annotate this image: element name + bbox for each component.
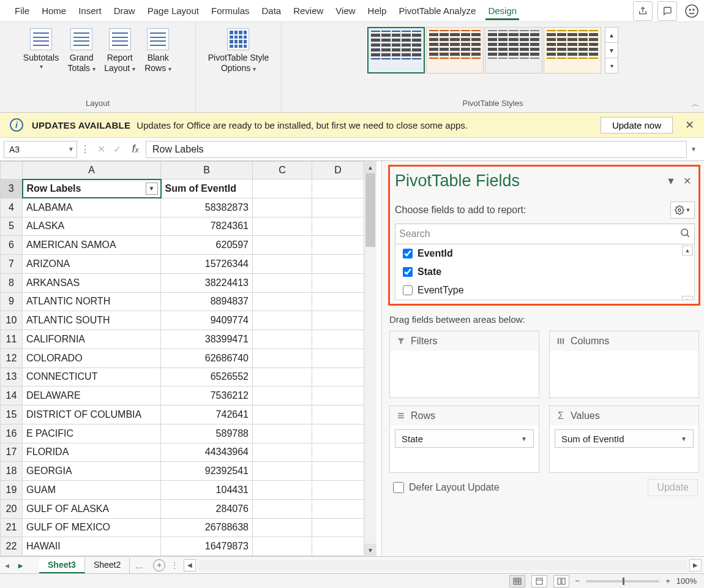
cell-a3[interactable]: Row Labels▼ bbox=[23, 179, 161, 198]
cell[interactable]: 92392541 bbox=[161, 462, 253, 481]
cell[interactable] bbox=[312, 518, 364, 537]
cell[interactable]: GULF OF MEXICO bbox=[23, 518, 161, 537]
cell[interactable]: GUAM bbox=[23, 481, 161, 500]
cell[interactable]: 8894837 bbox=[161, 292, 253, 311]
cell[interactable] bbox=[312, 292, 364, 311]
cell[interactable]: 38399471 bbox=[161, 330, 253, 349]
comments-button[interactable] bbox=[657, 1, 677, 21]
new-sheet-button[interactable]: + bbox=[153, 559, 165, 571]
cell[interactable] bbox=[312, 255, 364, 274]
name-box[interactable]: A3 ▼ bbox=[4, 141, 77, 158]
report-layout-button[interactable]: Report Layout ▾ bbox=[100, 27, 139, 75]
filters-area[interactable]: Filters bbox=[389, 331, 539, 398]
close-updates-bar-button[interactable]: ✕ bbox=[685, 118, 694, 132]
cell[interactable] bbox=[253, 368, 312, 386]
spreadsheet-grid[interactable]: A B C D 3Row Labels▼Sum of EventId4ALABA… bbox=[0, 161, 364, 556]
cell[interactable]: ARIZONA bbox=[23, 255, 161, 274]
cell[interactable]: 620597 bbox=[161, 236, 253, 255]
gallery-scroll-up[interactable]: ▲ bbox=[605, 28, 618, 43]
update-now-button[interactable]: Update now bbox=[601, 117, 673, 134]
cell[interactable]: DISTRICT OF COLUMBIA bbox=[23, 405, 161, 424]
field-checkbox[interactable] bbox=[403, 285, 413, 295]
cell[interactable]: 284076 bbox=[161, 499, 253, 518]
values-chip-sum-eventid[interactable]: Sum of EventId ▼ bbox=[555, 429, 694, 448]
ribbon-tab-page-layout[interactable]: Page Layout bbox=[141, 2, 205, 20]
cell[interactable]: 7536212 bbox=[161, 386, 253, 405]
taskpane-menu-button[interactable]: ▼ bbox=[663, 173, 679, 189]
horizontal-scrollbar[interactable]: ◀ ▶ bbox=[179, 559, 704, 571]
scroll-left-button[interactable]: ◀ bbox=[184, 559, 196, 571]
vertical-scrollbar[interactable]: ▲ ▼ bbox=[364, 161, 376, 556]
cell[interactable] bbox=[253, 386, 312, 405]
row-header[interactable]: 11 bbox=[1, 330, 23, 349]
pivottable-style-thumb[interactable] bbox=[544, 27, 601, 74]
ribbon-tab-pivottable-analyze[interactable]: PivotTable Analyze bbox=[392, 2, 482, 20]
cell[interactable] bbox=[312, 311, 364, 330]
cell[interactable] bbox=[253, 198, 312, 217]
cell[interactable]: 26788638 bbox=[161, 518, 253, 537]
row-header[interactable]: 18 bbox=[1, 462, 23, 481]
row-header[interactable]: 13 bbox=[1, 368, 23, 386]
search-fields-input[interactable]: Search bbox=[395, 224, 695, 244]
cell[interactable] bbox=[312, 330, 364, 349]
cell[interactable]: 589788 bbox=[161, 424, 253, 443]
cell[interactable]: COLORADO bbox=[23, 349, 161, 368]
column-header-c[interactable]: C bbox=[253, 162, 312, 179]
cell[interactable]: 58382873 bbox=[161, 198, 253, 217]
sheet-nav-next[interactable]: ▸ bbox=[13, 560, 27, 570]
enter-formula-button[interactable]: ✓ bbox=[109, 143, 125, 155]
cell[interactable] bbox=[253, 481, 312, 500]
cell[interactable] bbox=[253, 443, 312, 462]
column-header-a[interactable]: A bbox=[23, 162, 161, 179]
field-list-scroll-up[interactable]: ▲ bbox=[682, 246, 693, 255]
cell[interactable] bbox=[253, 179, 312, 198]
field-item-state[interactable]: State bbox=[395, 263, 694, 281]
ribbon-tab-file[interactable]: File bbox=[9, 2, 36, 20]
row-header[interactable]: 19 bbox=[1, 481, 23, 500]
formula-input[interactable]: Row Labels bbox=[146, 141, 687, 158]
pivot-filter-button[interactable]: ▼ bbox=[146, 183, 158, 195]
values-area[interactable]: Σ Values Sum of EventId ▼ bbox=[549, 405, 699, 473]
cell[interactable]: ARKANSAS bbox=[23, 273, 161, 292]
row-header[interactable]: 6 bbox=[1, 236, 23, 255]
cell[interactable] bbox=[312, 198, 364, 217]
row-header[interactable]: 17 bbox=[1, 443, 23, 462]
scroll-up-button[interactable]: ▲ bbox=[364, 161, 376, 173]
gallery-more-button[interactable]: ▾ bbox=[605, 58, 618, 73]
cell[interactable] bbox=[312, 236, 364, 255]
cell[interactable] bbox=[312, 349, 364, 368]
cell[interactable]: 742641 bbox=[161, 405, 253, 424]
zoom-slider[interactable] bbox=[586, 580, 659, 582]
cell[interactable] bbox=[253, 292, 312, 311]
row-header[interactable]: 21 bbox=[1, 518, 23, 537]
row-header[interactable]: 12 bbox=[1, 349, 23, 368]
cell[interactable] bbox=[312, 273, 364, 292]
cell[interactable]: GULF OF ALASKA bbox=[23, 499, 161, 518]
blank-rows-button[interactable]: Blank Rows ▾ bbox=[140, 27, 176, 75]
rows-chip-state[interactable]: State ▼ bbox=[395, 429, 534, 448]
cell[interactable]: 38224413 bbox=[161, 273, 253, 292]
expand-formula-bar-button[interactable]: ▼ bbox=[687, 146, 700, 153]
more-sheets-indicator[interactable]: … bbox=[130, 560, 148, 570]
cell[interactable]: 15726344 bbox=[161, 255, 253, 274]
cell[interactable] bbox=[253, 255, 312, 274]
column-header-d[interactable]: D bbox=[312, 162, 364, 179]
cell[interactable] bbox=[253, 311, 312, 330]
insert-function-button[interactable]: fx bbox=[125, 143, 146, 156]
cell[interactable]: ATLANTIC SOUTH bbox=[23, 311, 161, 330]
cell[interactable]: ALABAMA bbox=[23, 198, 161, 217]
cell[interactable]: 44343964 bbox=[161, 443, 253, 462]
cell[interactable] bbox=[312, 386, 364, 405]
row-header[interactable]: 22 bbox=[1, 537, 23, 556]
row-header[interactable]: 14 bbox=[1, 386, 23, 405]
cell[interactable] bbox=[312, 537, 364, 556]
row-header[interactable]: 5 bbox=[1, 217, 23, 236]
columns-area[interactable]: Columns bbox=[549, 331, 699, 398]
ribbon-tab-home[interactable]: Home bbox=[36, 2, 72, 20]
taskpane-settings-button[interactable]: ▼ bbox=[670, 202, 695, 219]
close-taskpane-button[interactable]: ✕ bbox=[679, 173, 695, 189]
zoom-level[interactable]: 100% bbox=[676, 576, 697, 586]
normal-view-button[interactable] bbox=[509, 575, 525, 587]
ribbon-tab-draw[interactable]: Draw bbox=[108, 2, 141, 20]
cell-b3[interactable]: Sum of EventId bbox=[161, 179, 253, 198]
